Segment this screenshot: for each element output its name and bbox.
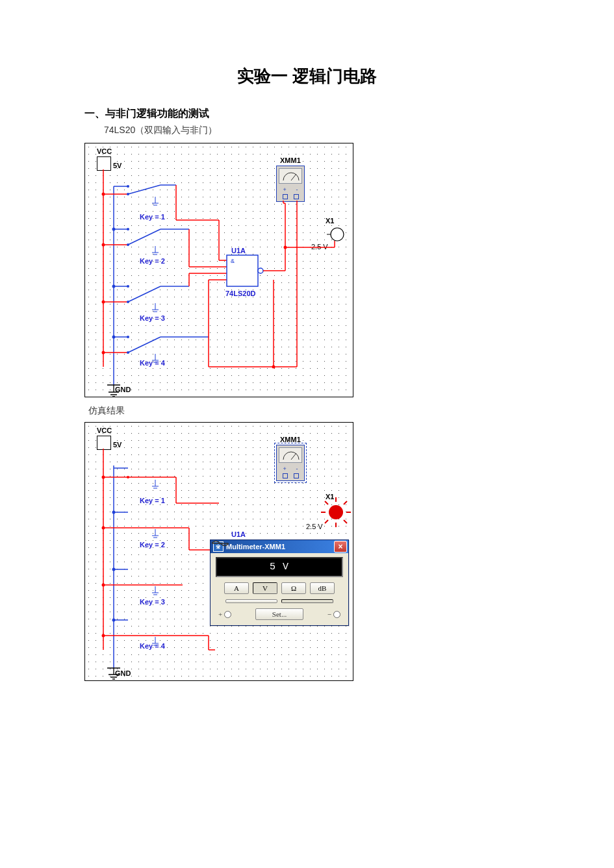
svg-point-18 — [127, 243, 129, 246]
svg-point-9 — [127, 185, 129, 188]
svg-point-34 — [127, 351, 129, 354]
settings-button[interactable]: Set... — [255, 608, 303, 620]
svg-point-96 — [112, 568, 116, 571]
probe-lit-icon — [321, 497, 351, 527]
close-icon: × — [338, 542, 342, 551]
dc-line-icon — [211, 540, 230, 547]
mode-db-button[interactable]: dB — [310, 582, 335, 594]
svg-point-59 — [102, 301, 105, 304]
sim-result-label: 仿真结果 — [88, 405, 530, 417]
minus-label: − — [327, 610, 331, 618]
wiring-svg-1: & — [85, 143, 353, 397]
mode-ohms-button[interactable]: Ω — [281, 582, 306, 594]
terminal-minus: − — [327, 610, 340, 618]
chip-description: 74LS20（双四输入与非门） — [104, 125, 530, 136]
svg-point-98 — [329, 505, 343, 519]
dc-button[interactable] — [281, 599, 333, 603]
svg-point-94 — [102, 634, 105, 638]
svg-point-64 — [331, 228, 344, 241]
circuit-diagram-2: VCC 5V GND Key = 1 Key = 2 Key = 3 Key =… — [84, 422, 353, 681]
svg-line-25 — [128, 286, 160, 302]
close-button[interactable]: × — [334, 541, 347, 552]
svg-point-95 — [112, 511, 116, 514]
svg-line-103 — [325, 501, 328, 504]
svg-point-55 — [284, 246, 287, 249]
terminal-ring-icon — [224, 611, 231, 618]
svg-line-33 — [128, 337, 160, 353]
svg-point-73 — [127, 476, 129, 478]
svg-line-106 — [344, 520, 347, 523]
svg-point-35 — [127, 336, 129, 338]
circuit-diagram-1: VCC 5V GND Key = 1 Key = 2 Key = 3 Key =… — [84, 143, 353, 397]
svg-line-105 — [325, 520, 328, 523]
svg-point-61 — [112, 228, 116, 231]
svg-point-92 — [102, 527, 105, 530]
svg-point-60 — [102, 351, 105, 354]
svg-point-91 — [102, 476, 105, 479]
svg-point-93 — [102, 584, 105, 587]
svg-point-19 — [127, 228, 129, 230]
svg-point-63 — [112, 336, 116, 339]
svg-point-26 — [127, 301, 129, 303]
terminal-plus: + — [218, 610, 231, 618]
svg-point-97 — [112, 619, 116, 622]
plus-label: + — [218, 610, 222, 618]
svg-point-56 — [272, 366, 275, 369]
terminal-ring-icon — [333, 611, 340, 618]
multimeter-display: 5 V — [216, 557, 343, 577]
mode-volts-button[interactable]: V — [253, 582, 277, 594]
svg-point-8 — [127, 193, 129, 195]
multimeter-titlebar[interactable]: ※ Multimeter-XMM1 × — [211, 540, 348, 553]
page-title: 实验一 逻辑门电路 — [84, 65, 530, 88]
multimeter-window[interactable]: ※ Multimeter-XMM1 × 5 V A V Ω dB — [210, 539, 349, 626]
mode-amps-button[interactable]: A — [224, 582, 249, 594]
svg-point-62 — [112, 285, 116, 288]
svg-line-17 — [128, 229, 160, 245]
svg-point-58 — [102, 243, 105, 247]
ac-button[interactable] — [225, 599, 277, 603]
svg-point-44 — [258, 268, 263, 273]
svg-text:&: & — [231, 258, 235, 264]
svg-point-57 — [102, 193, 105, 196]
section-heading: 一、与非门逻辑功能的测试 — [84, 107, 530, 121]
svg-point-27 — [127, 285, 129, 288]
svg-line-104 — [344, 501, 347, 504]
svg-line-7 — [128, 185, 160, 194]
multimeter-title: Multimeter-XMM1 — [226, 543, 285, 551]
